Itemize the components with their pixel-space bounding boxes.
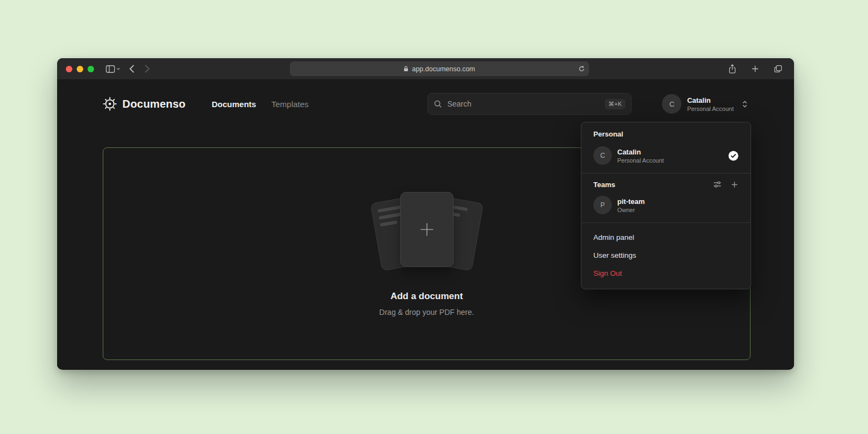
nav-templates[interactable]: Templates: [271, 100, 308, 109]
create-team-plus-icon[interactable]: [730, 181, 739, 189]
account-dropdown-menu: Personal C Catalin Personal Account: [581, 122, 751, 289]
dropzone-subtitle: Drag & drop your PDF here.: [379, 308, 474, 317]
menu-section-personal: Personal: [588, 129, 744, 144]
nav-documents[interactable]: Documents: [212, 100, 256, 109]
menu-teams-header: Teams: [588, 179, 744, 193]
menu-account-type: Personal Account: [617, 157, 664, 164]
avatar: C: [662, 94, 681, 114]
menu-account-name: Catalin: [617, 148, 664, 156]
zoom-button[interactable]: [88, 66, 94, 72]
chevron-down-icon[interactable]: [116, 66, 121, 71]
menu-divider: [581, 173, 751, 173]
menu-team-item[interactable]: P pit-team Owner: [588, 193, 744, 217]
chevron-selector-icon: [741, 100, 748, 108]
avatar: C: [593, 146, 612, 165]
browser-titlebar: app.documenso.com: [57, 58, 794, 80]
close-button[interactable]: [66, 66, 72, 72]
menu-item-user-settings[interactable]: User settings: [588, 246, 744, 264]
main-nav: Documents Templates: [212, 100, 308, 109]
url-bar[interactable]: app.documenso.com: [290, 61, 589, 76]
account-name: Catalin: [687, 96, 734, 104]
brand[interactable]: Documenso: [103, 97, 185, 111]
refresh-icon[interactable]: [578, 61, 585, 76]
plus-icon: [418, 220, 436, 239]
account-menu-trigger[interactable]: C Catalin Personal Account: [662, 94, 748, 114]
menu-item-sign-out[interactable]: Sign Out: [588, 264, 744, 282]
tab-overview-icon[interactable]: [770, 62, 785, 76]
document-stack-illustration: [367, 191, 487, 274]
menu-team-role: Owner: [617, 207, 645, 213]
search-icon: [433, 100, 442, 108]
app-header: Documenso Documents Templates Search ⌘+K: [57, 80, 794, 115]
text-line: [380, 220, 398, 226]
dropzone-title: Add a document: [390, 291, 463, 302]
teams-header-actions: [713, 180, 739, 189]
menu-team-meta: pit-team Owner: [617, 197, 645, 213]
titlebar-right-actions: [724, 62, 785, 76]
avatar: P: [593, 196, 612, 214]
document-card-center: [400, 192, 454, 267]
menu-section-teams: Teams: [593, 181, 615, 189]
new-tab-icon[interactable]: [747, 62, 762, 76]
back-button-icon[interactable]: [124, 62, 139, 76]
brand-name: Documenso: [122, 98, 185, 110]
menu-item-admin-panel[interactable]: Admin panel: [588, 228, 744, 246]
search-placeholder: Search: [447, 100, 471, 108]
search-input[interactable]: Search ⌘+K: [427, 93, 631, 115]
app-page: Documenso Documents Templates Search ⌘+K: [57, 80, 794, 369]
window-controls: [66, 66, 94, 72]
account-meta: Catalin Personal Account: [687, 96, 734, 112]
documenso-logo-icon: [103, 97, 117, 111]
share-icon[interactable]: [724, 62, 740, 76]
account-type: Personal Account: [687, 106, 734, 112]
manage-teams-icon[interactable]: [713, 180, 722, 189]
menu-team-name: pit-team: [617, 197, 645, 206]
search-shortcut-badge: ⌘+K: [605, 99, 626, 109]
check-circle-icon: [728, 151, 739, 161]
forward-button-icon[interactable]: [139, 62, 154, 76]
menu-personal-account-item[interactable]: C Catalin Personal Account: [588, 144, 744, 168]
menu-account-meta: Catalin Personal Account: [617, 148, 664, 164]
lock-icon: [404, 66, 408, 72]
menu-divider: [581, 222, 751, 223]
minimize-button[interactable]: [77, 66, 83, 72]
browser-window: app.documenso.com: [57, 58, 794, 370]
url-text: app.documenso.com: [412, 65, 475, 73]
